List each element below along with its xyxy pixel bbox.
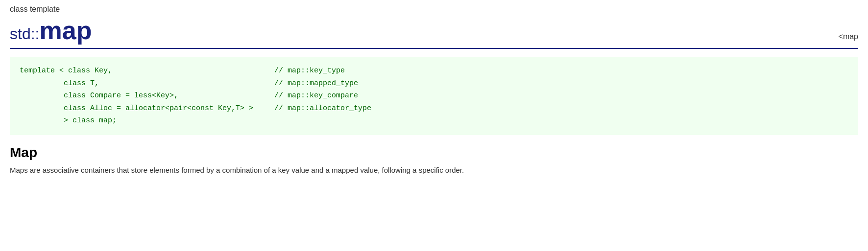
code-left-5: > class map; [20,114,274,127]
code-line-4: class Alloc = allocator<pair<const Key,T… [20,102,848,115]
code-left-3: class Compare = less<Key>, [20,90,274,102]
code-line-1: template < class Key, // map::key_type [20,65,848,77]
code-comment-2: // map::mapped_type [274,77,358,90]
code-left-4: class Alloc = allocator<pair<const Key,T… [20,102,274,115]
code-line-5: > class map; [20,114,848,127]
description-text: Maps are associative containers that sto… [10,164,858,176]
code-left-2: class T, [20,77,274,90]
code-comment-1: // map::key_type [274,65,345,77]
std-prefix: std:: [10,25,39,43]
page-title: std::map [10,16,92,45]
code-line-3: class Compare = less<Key>, // map::key_c… [20,90,848,102]
map-name: map [39,16,92,45]
nav-right-link[interactable]: <map [839,32,858,41]
code-block: template < class Key, // map::key_type c… [10,57,858,135]
code-comment-4: // map::allocator_type [274,102,371,115]
page-container: class template std::map <map template < … [0,0,868,181]
section-heading: Map [10,145,858,160]
header-section: std::map <map [10,16,858,49]
class-template-label: class template [10,5,858,14]
code-left-1: template < class Key, [20,65,274,77]
code-line-2: class T, // map::mapped_type [20,77,848,90]
code-comment-3: // map::key_compare [274,90,358,102]
